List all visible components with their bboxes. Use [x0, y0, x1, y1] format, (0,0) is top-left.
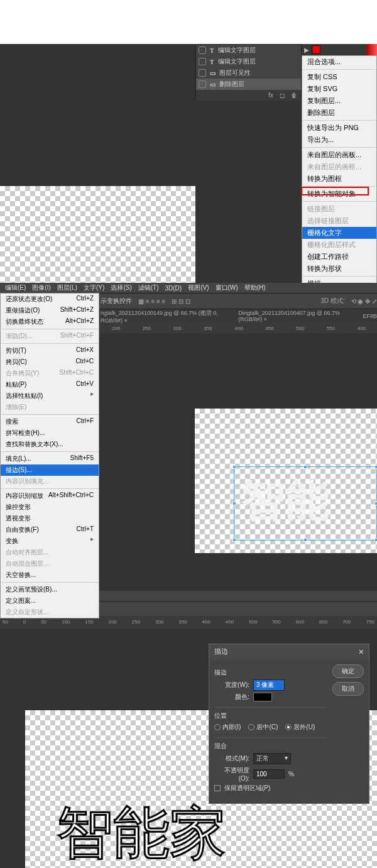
menubar-item[interactable]: 图像(I): [30, 283, 53, 292]
ruler-tick: 500: [296, 326, 304, 331]
menubar-item[interactable]: 3D(D): [163, 285, 185, 292]
menubar-item[interactable]: 帮助(H): [242, 283, 268, 292]
edit-menu-item[interactable]: 剪切(T)Ctrl+X: [1, 345, 99, 356]
context-menu-item[interactable]: 转换为形状: [302, 263, 376, 275]
edit-menu-item[interactable]: 内容识别缩放Alt+Shift+Ctrl+C: [1, 490, 99, 502]
fx-icon[interactable]: fx: [268, 92, 273, 99]
context-menu-item[interactable]: 栅格化文字: [302, 227, 376, 239]
document-tab[interactable]: Dingtalk_20211204100407.jpg @ 66.7%(RGB/…: [238, 310, 350, 322]
ruler-tick: 650: [319, 619, 327, 625]
context-menu-item[interactable]: 转换为图框: [302, 173, 376, 185]
context-menu-item[interactable]: 来自图层的画板...: [302, 149, 376, 161]
layers-panel[interactable]: T编辑文字图层T编辑文字图层▭图层可见性▭删除图层 fx ◻ 🗑: [195, 44, 302, 97]
edit-menu-item[interactable]: 填充(L)...Shift+F5: [1, 453, 99, 464]
color-swatch[interactable]: [253, 693, 272, 701]
opacity-input[interactable]: 100: [253, 769, 285, 779]
context-menu-item[interactable]: 复制 SVG: [302, 83, 376, 95]
edit-menu-item[interactable]: 天空替换...: [1, 569, 99, 581]
edit-menu-item[interactable]: 切换最终状态Alt+Ctrl+Z: [1, 316, 99, 327]
context-menu-item: 选择链接图层: [302, 215, 376, 227]
3d-mode-icons[interactable]: ⟲ ◉ ✥ ⤢: [351, 298, 377, 305]
top-panel-strip: ▶: [302, 44, 377, 55]
radio-inside[interactable]: 内部(I): [214, 723, 241, 732]
menubar-item[interactable]: 图层(L): [55, 283, 80, 292]
edit-menu-item[interactable]: 搜索Ctrl+F: [1, 416, 99, 427]
edit-menu-item[interactable]: 粘贴(P)Ctrl+V: [1, 379, 99, 390]
context-menu-item[interactable]: 删除图层: [302, 107, 376, 119]
opacity-unit: %: [288, 771, 294, 777]
edit-menu-item[interactable]: 变换: [1, 536, 99, 547]
edit-menu-item[interactable]: 还原状态更改(O)Ctrl+Z: [1, 294, 99, 305]
ok-button[interactable]: 确定: [332, 664, 364, 678]
edit-menu-item[interactable]: 操控变形: [1, 502, 99, 513]
edit-menu-item[interactable]: 透视变形: [1, 513, 99, 524]
layer-row[interactable]: T编辑文字图层: [196, 45, 301, 56]
edit-menu-item[interactable]: 描边(S)...: [1, 464, 99, 476]
layer-label: 编辑文字图层: [218, 46, 256, 55]
checkbox-preserve-transparency[interactable]: [214, 785, 221, 791]
ruler-tick: 600: [296, 619, 304, 625]
edit-menu-item: 自动对齐图层...: [1, 547, 99, 558]
mode-select[interactable]: 正常▾: [253, 753, 291, 764]
trash-icon[interactable]: 🗑: [291, 92, 297, 99]
width-label: 宽度(W):: [214, 681, 249, 689]
context-menu-item: 栅格化图层样式: [302, 239, 376, 251]
context-menu-item[interactable]: 转换为智能对象: [302, 188, 376, 200]
mask-icon[interactable]: ◻: [280, 92, 285, 99]
context-menu-item[interactable]: 导出为...: [302, 134, 376, 146]
close-icon[interactable]: ×: [359, 647, 364, 657]
edit-menu-item[interactable]: 定义图案...: [1, 595, 99, 607]
color-picker-strip[interactable]: [367, 44, 377, 55]
edit-menu-item[interactable]: 拼写检查(H)...: [1, 427, 99, 439]
edit-menu-item[interactable]: 选择性粘贴(I): [1, 390, 99, 402]
radio-outside[interactable]: 居外(U): [285, 723, 315, 732]
dialog-title: 描边: [214, 647, 228, 657]
layer-row[interactable]: ▭删除图层: [196, 79, 301, 90]
dialog-titlebar[interactable]: 描边 ×: [209, 644, 369, 659]
visibility-icon[interactable]: [199, 58, 206, 65]
layer-row[interactable]: ▭图层可见性: [196, 67, 301, 79]
preserve-transparency-label: 保留透明区域(P): [224, 784, 270, 793]
ruler-tick: 350: [178, 619, 187, 625]
align-icons[interactable]: ▦ ≡ ≡ ≡ ≡: [138, 298, 165, 305]
canvas-sample-text-2: 智能: [241, 471, 377, 530]
menubar-item[interactable]: 文字(Y): [81, 283, 107, 292]
menubar-item[interactable]: 窗口(W): [213, 283, 241, 292]
edit-menu-item[interactable]: 查找和替换文本(X)...: [1, 439, 99, 450]
ruler-tick: 450: [226, 619, 234, 625]
context-menu-item[interactable]: 快速导出为 PNG: [302, 122, 376, 134]
section-stroke-dialog: 智能家 描边 × 描边 宽度(W): 3 像素 颜色:: [0, 629, 377, 868]
ruler-tick: 300: [173, 326, 182, 331]
color-label: 颜色:: [214, 693, 249, 701]
color-swatch-red[interactable]: [312, 45, 320, 54]
context-menu-item[interactable]: 复制图层...: [302, 95, 376, 107]
ruler-tick: 550: [327, 326, 335, 331]
app-menubar[interactable]: 编辑(E)图像(I)图层(L)文字(Y)选择(S)滤镜(T)3D(D)视图(V)…: [0, 283, 377, 293]
document-tab[interactable]: EF8B: [363, 313, 377, 319]
visibility-icon[interactable]: [199, 69, 206, 77]
width-input[interactable]: 3 像素: [253, 679, 285, 691]
edit-menu-item[interactable]: 重做描边(O)Shift+Ctrl+Z: [1, 305, 99, 316]
edit-menu-item[interactable]: 自由变换(F)Ctrl+T: [1, 524, 99, 536]
context-menu-item[interactable]: 混合选项...: [302, 56, 376, 68]
edit-menu-dropdown[interactable]: 还原状态更改(O)Ctrl+Z重做描边(O)Shift+Ctrl+Z切换最终状态…: [0, 293, 99, 618]
distrib-icons[interactable]: ⊞ ⊟ ⊡: [172, 298, 190, 305]
cancel-button[interactable]: 取消: [332, 682, 364, 696]
document-tab[interactable]: ngtalk_20211204100149.jpg @ 66.7% (图层 0,…: [101, 309, 226, 324]
edit-menu-item[interactable]: 拷贝(C)Ctrl+C: [1, 356, 99, 368]
visibility-icon[interactable]: [199, 80, 206, 88]
radio-center[interactable]: 居中(C): [248, 723, 278, 732]
mode-label: 模式(M):: [214, 754, 249, 763]
position-radio-group[interactable]: 内部(I) 居中(C) 居外(U): [214, 723, 327, 732]
layer-row[interactable]: T编辑文字图层: [196, 56, 301, 67]
visibility-icon[interactable]: [199, 47, 206, 54]
menubar-item[interactable]: 视图(V): [185, 283, 211, 292]
menubar-item[interactable]: 编辑(E): [3, 283, 28, 292]
edit-menu-item[interactable]: 定义画笔预设(B)...: [1, 584, 99, 595]
context-menu-item[interactable]: 复制 CSS: [302, 71, 376, 83]
menubar-item[interactable]: 选择(S): [108, 283, 134, 292]
play-icon[interactable]: ▶: [304, 47, 309, 53]
context-menu-item[interactable]: 创建工作路径: [302, 251, 376, 263]
menubar-item[interactable]: 滤镜(T): [136, 283, 161, 292]
stroke-dialog[interactable]: 描边 × 描边 宽度(W): 3 像素 颜色: 位置: [209, 644, 369, 804]
